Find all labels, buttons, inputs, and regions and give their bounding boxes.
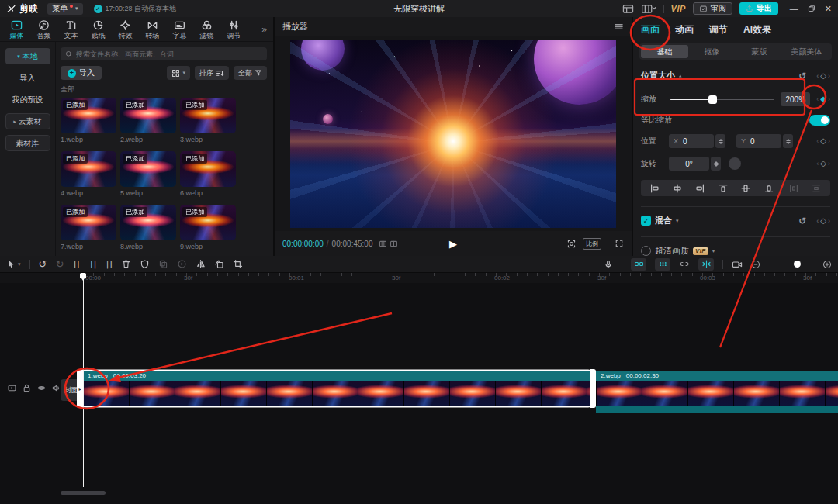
position-x-stepper[interactable]	[715, 134, 725, 148]
subtab-mask[interactable]: 蒙版	[736, 45, 783, 58]
crop-button[interactable]	[233, 259, 243, 269]
sort-button[interactable]: 排序	[195, 66, 229, 80]
preview-axis-toggle[interactable]	[698, 258, 714, 271]
tab-adjust[interactable]: 调节	[220, 19, 248, 40]
preview-quality-icon[interactable]	[566, 239, 577, 249]
scale-slider[interactable]	[670, 94, 774, 105]
media-item[interactable]: 已添加8.webp	[120, 205, 176, 250]
media-thumbnail[interactable]: 已添加	[120, 205, 176, 240]
media-thumbnail[interactable]: 已添加	[120, 151, 176, 187]
subtab-basic[interactable]: 基础	[641, 45, 688, 58]
hd-quality-checkbox[interactable]	[641, 246, 651, 256]
screen-record-icon[interactable]	[732, 260, 743, 269]
align-center-horizontal-button[interactable]	[667, 183, 687, 194]
mask-button[interactable]	[140, 259, 150, 269]
align-right-button[interactable]	[690, 183, 711, 194]
media-item[interactable]: 已添加1.webp	[61, 98, 116, 143]
undo-button[interactable]: ↺	[39, 258, 47, 270]
timeline-tracks[interactable]: 封面 ▸ 1.webp 00:00:03:20 2.webp 00:00:02:…	[0, 283, 838, 504]
horizontal-scrollbar[interactable]	[61, 491, 106, 495]
blend-checkbox[interactable]: ✓	[641, 216, 651, 226]
media-item[interactable]: 已添加5.webp	[120, 151, 176, 197]
prev-keyframe-icon[interactable]: ‹	[816, 95, 819, 103]
delete-button[interactable]	[121, 259, 131, 269]
align-top-button[interactable]	[712, 183, 733, 194]
media-thumbnail[interactable]: 已添加	[120, 98, 176, 133]
clip-2-linked-strip[interactable]	[596, 406, 838, 413]
slider-handle[interactable]	[708, 95, 717, 104]
subtab-beauty[interactable]: 美颜美体	[783, 45, 830, 58]
mirror-button[interactable]	[196, 259, 206, 269]
slider-handle[interactable]	[794, 261, 801, 268]
chevron-down-icon[interactable]: ▾	[712, 248, 715, 254]
distribute-vertical-button[interactable]	[806, 183, 827, 194]
position-y-stepper[interactable]	[783, 134, 793, 148]
keyframe-diamond-active-icon[interactable]: ◆	[820, 95, 826, 103]
align-left-button[interactable]	[644, 183, 665, 194]
rotate-stepper[interactable]	[711, 157, 721, 171]
view-mode-button[interactable]: ▾	[167, 66, 190, 80]
fullscreen-icon[interactable]	[615, 239, 624, 248]
media-item[interactable]: 已添加9.webp	[180, 205, 236, 250]
rotate-dial[interactable]: –	[729, 157, 741, 170]
menu-button[interactable]: 菜单▾	[47, 3, 83, 15]
auto-snap-toggle[interactable]	[655, 258, 670, 271]
hide-track-icon[interactable]	[36, 383, 47, 393]
reset-icon[interactable]: ↺	[798, 216, 806, 226]
search-input[interactable]	[76, 50, 262, 58]
scale-value[interactable]: 200%	[781, 92, 810, 106]
next-keyframe-icon[interactable]: ›	[828, 72, 830, 80]
timeline-clip-1[interactable]: ▸ 1.webp 00:00:03:20	[83, 371, 590, 406]
tab-effects[interactable]: 特效	[112, 19, 139, 40]
subtab-keying[interactable]: 抠像	[688, 45, 736, 58]
minimize-button[interactable]: —	[790, 4, 798, 13]
align-middle-vertical-button[interactable]	[736, 183, 757, 194]
import-button[interactable]: + 导入	[61, 66, 102, 80]
chevron-down-icon[interactable]: ▾	[676, 218, 679, 224]
position-x-field[interactable]: X0	[669, 134, 714, 148]
tab-picture[interactable]: 画面	[641, 23, 660, 36]
frame-view-buttons[interactable]	[379, 240, 398, 248]
play-button[interactable]: ▶	[449, 238, 457, 250]
trim-handle-right[interactable]	[590, 369, 596, 407]
main-track-magnet-toggle[interactable]	[631, 258, 646, 271]
tab-adjust[interactable]: 调节	[709, 23, 728, 36]
rotate-field[interactable]: 0°	[669, 157, 709, 171]
close-button[interactable]: ✕	[825, 4, 832, 14]
keyframe-diamond-icon[interactable]: ◇	[820, 72, 826, 80]
tab-filters[interactable]: 滤镜	[193, 19, 220, 40]
media-thumbnail[interactable]: 已添加	[61, 151, 116, 187]
next-keyframe-icon[interactable]: ›	[828, 95, 830, 103]
record-voiceover-icon[interactable]	[604, 259, 613, 270]
aspect-ratio-button[interactable]: 比例	[583, 238, 601, 250]
split-keep-left-button[interactable]: ]|	[88, 260, 96, 268]
rotate-button[interactable]	[214, 259, 224, 269]
zoom-in-icon[interactable]	[822, 260, 832, 269]
tab-audio[interactable]: 音频	[30, 19, 57, 40]
restore-button[interactable]	[808, 5, 815, 12]
position-y-field[interactable]: Y0	[736, 134, 781, 148]
video-preview[interactable]	[290, 40, 616, 228]
media-item[interactable]: 已添加3.webp	[180, 98, 236, 143]
link-toggle[interactable]	[679, 259, 690, 269]
layout-panel-icon[interactable]	[622, 4, 634, 14]
media-item[interactable]: 已添加4.webp	[61, 151, 116, 197]
keyframe-diamond-icon[interactable]: ◇	[820, 217, 826, 225]
filter-all-button[interactable]: 全部	[234, 66, 267, 80]
keyframe-diamond-icon[interactable]: ◇	[820, 137, 826, 145]
media-thumbnail[interactable]: 已添加	[61, 205, 116, 240]
timeline-ruler[interactable]: 00:00 30f 00:01 30f 00:02 30f 00:03 30f	[0, 273, 838, 283]
tab-captions[interactable]: 字幕	[166, 19, 193, 40]
split-keep-right-button[interactable]: |[	[105, 260, 113, 268]
media-item[interactable]: 已添加6.webp	[180, 151, 236, 197]
workspace-layout-icon[interactable]	[641, 4, 656, 14]
collapse-icon[interactable]: ▾	[679, 73, 682, 79]
tab-text[interactable]: 文本	[57, 19, 85, 40]
sidebar-item-presets[interactable]: 我的预设	[5, 91, 50, 108]
media-item[interactable]: 已添加2.webp	[120, 98, 176, 143]
search-bar[interactable]	[61, 47, 267, 60]
sidebar-item-cloud[interactable]: ▸云素材	[5, 113, 50, 129]
uniform-scale-toggle[interactable]	[809, 115, 830, 126]
tab-animation[interactable]: 动画	[675, 23, 694, 36]
player-menu-icon[interactable]	[614, 22, 624, 31]
